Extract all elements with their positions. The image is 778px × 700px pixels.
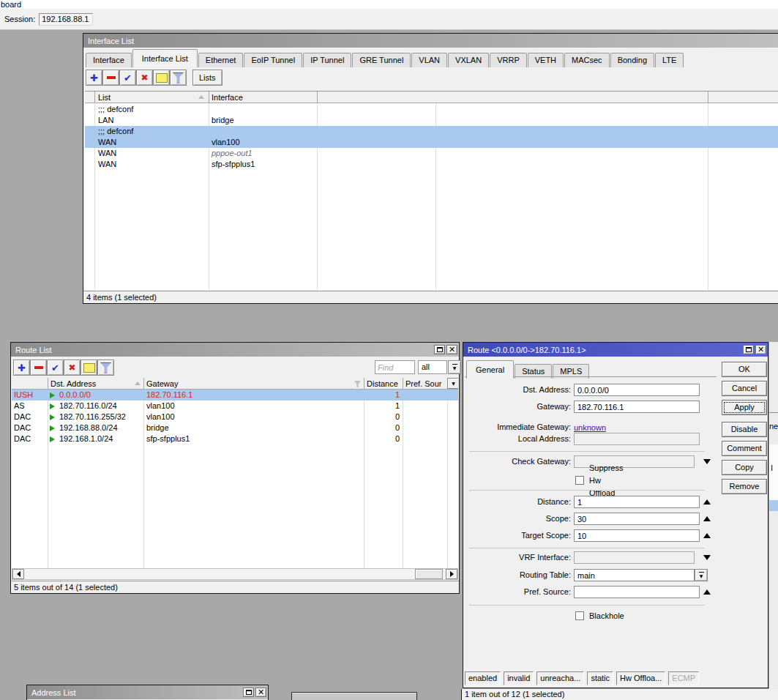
- tab-interface[interactable]: Interface: [86, 53, 132, 67]
- column-header-interface[interactable]: Interface: [212, 92, 243, 103]
- lists-button[interactable]: Lists: [192, 70, 222, 86]
- add-button[interactable]: [86, 70, 102, 86]
- route-table-header[interactable]: Dst. Address Gateway Distance Pref. Sour: [12, 378, 458, 390]
- blackhole-checkbox[interactable]: [575, 611, 584, 620]
- route-table-row[interactable]: DAC 182.70.116.255/32 vlan100 0: [12, 412, 458, 422]
- filter-dropdown-icon[interactable]: [448, 360, 461, 374]
- interface-list-titlebar[interactable]: Interface List: [83, 34, 778, 48]
- filter-button[interactable]: [170, 70, 187, 86]
- target-scope-field[interactable]: [574, 529, 700, 542]
- column-header-pref-source[interactable]: Pref. Sour: [405, 379, 446, 389]
- routing-table-field[interactable]: [574, 569, 695, 581]
- maximize-icon[interactable]: [434, 345, 445, 354]
- copy-button[interactable]: Copy: [722, 460, 767, 475]
- dialog-buttons: OK Cancel Apply Disable Comment Copy Rem…: [722, 362, 767, 498]
- scrollbar-thumb[interactable]: [415, 569, 443, 579]
- maximize-icon[interactable]: [243, 688, 254, 697]
- tab-ethernet[interactable]: Ethernet: [198, 53, 244, 67]
- comment-button[interactable]: [81, 360, 97, 376]
- remove-button[interactable]: Remove: [722, 479, 767, 494]
- interface-table-row[interactable]: LAN bridge: [85, 115, 778, 126]
- apply-button[interactable]: Apply: [722, 400, 767, 415]
- spinner-up-icon[interactable]: [703, 516, 711, 521]
- interface-table-row[interactable]: ;;; defconf: [85, 126, 778, 137]
- tab-eoip-tunnel[interactable]: EoIP Tunnel: [244, 53, 302, 67]
- filter-button[interactable]: [97, 360, 114, 376]
- filter-scope-select[interactable]: all: [418, 360, 447, 374]
- immediate-gateway-link[interactable]: unknown: [574, 423, 606, 432]
- column-chooser-icon[interactable]: [447, 378, 458, 389]
- route-dialog-titlebar[interactable]: Route <0.0.0.0/0->182.70.116.1> ✕: [463, 343, 768, 357]
- close-icon[interactable]: ✕: [755, 345, 766, 354]
- disable-button[interactable]: Disable: [722, 422, 767, 437]
- tab-vrrp[interactable]: VRRP: [490, 53, 527, 67]
- session-input[interactable]: [39, 13, 93, 26]
- gateway-field[interactable]: [574, 401, 700, 413]
- dst-address-field[interactable]: [574, 384, 700, 396]
- interface-table-row[interactable]: ;;; defconf: [85, 104, 778, 115]
- add-button[interactable]: [13, 360, 30, 376]
- maximize-icon[interactable]: [743, 345, 754, 354]
- comment-button[interactable]: [153, 70, 170, 86]
- close-icon[interactable]: ✕: [255, 688, 266, 697]
- route-table-row[interactable]: IUSH 0.0.0.0/0 182.70.116.1 1: [12, 390, 458, 401]
- flag-label: static: [591, 674, 610, 682]
- remove-button[interactable]: [102, 70, 119, 86]
- column-header-dst-address[interactable]: Dst. Address: [51, 379, 96, 389]
- tab-lte[interactable]: LTE: [655, 53, 684, 67]
- column-header-gateway[interactable]: Gateway: [146, 379, 178, 389]
- spinner-up-icon[interactable]: [703, 499, 711, 504]
- disable-button[interactable]: [64, 360, 81, 376]
- tab-vxlan[interactable]: VXLAN: [448, 53, 489, 67]
- tab-macsec[interactable]: MACsec: [564, 53, 610, 67]
- route-table-row[interactable]: DAC 192.168.88.0/24 bridge 0: [12, 422, 458, 433]
- background-window-edge: [291, 692, 417, 700]
- column-header-distance[interactable]: Distance: [367, 379, 398, 389]
- tab-gre-tunnel[interactable]: GRE Tunnel: [352, 53, 411, 67]
- route-table-row[interactable]: AS 182.70.116.0/24 vlan100 1: [12, 401, 458, 412]
- tab-interface-list[interactable]: Interface List: [132, 49, 198, 67]
- route-flags-cell: DAC: [14, 433, 31, 444]
- tab-vlan[interactable]: VLAN: [411, 53, 447, 67]
- find-input[interactable]: [375, 360, 415, 374]
- tab-ip-tunnel[interactable]: IP Tunnel: [303, 53, 351, 67]
- tab-veth[interactable]: VETH: [528, 53, 564, 67]
- enable-button[interactable]: [47, 360, 64, 376]
- route-list-titlebar[interactable]: Route List ✕: [11, 343, 459, 357]
- interface-table-row[interactable]: WAN pppoe-out1: [85, 148, 778, 159]
- flag-invalid: invalid: [504, 671, 534, 685]
- vrf-interface-field[interactable]: [574, 551, 695, 564]
- scroll-left-icon[interactable]: [12, 569, 24, 579]
- close-icon[interactable]: ✕: [446, 345, 457, 354]
- route-table-row[interactable]: DAC 192.168.1.0/24 sfp-sfpplus1 0: [12, 433, 458, 444]
- window-route-dialog: Route <0.0.0.0/0->182.70.116.1> ✕ Genera…: [463, 342, 768, 688]
- remove-button[interactable]: [30, 360, 47, 376]
- ok-button[interactable]: OK: [722, 362, 767, 377]
- distance-field[interactable]: [574, 496, 700, 508]
- spinner-up-icon[interactable]: [703, 533, 711, 538]
- local-address-field[interactable]: [574, 433, 700, 445]
- interface-table-row[interactable]: WAN vlan100: [85, 137, 778, 148]
- scope-field[interactable]: [574, 513, 700, 525]
- comment-button[interactable]: Comment: [722, 441, 767, 456]
- disable-button[interactable]: [136, 70, 153, 86]
- tab-label: IP Tunnel: [310, 56, 344, 64]
- address-list-titlebar[interactable]: Address List ✕: [27, 685, 268, 699]
- suppress-hw-offload-checkbox[interactable]: [575, 476, 584, 485]
- cancel-button[interactable]: Cancel: [722, 381, 767, 396]
- tab-general[interactable]: General: [466, 360, 514, 379]
- button-label: OK: [738, 365, 750, 373]
- dropdown-icon[interactable]: [703, 459, 711, 464]
- dropdown-icon[interactable]: [703, 555, 711, 560]
- routing-table-dropdown-icon[interactable]: [695, 569, 708, 581]
- enable-button[interactable]: [119, 70, 136, 86]
- column-header-list[interactable]: List: [98, 92, 111, 103]
- tab-bonding[interactable]: Bonding: [610, 53, 654, 67]
- pref-source-field[interactable]: [574, 586, 700, 598]
- spinner-up-icon[interactable]: [703, 589, 711, 595]
- add-icon: [18, 362, 26, 373]
- horizontal-scrollbar[interactable]: [12, 568, 458, 580]
- interface-table-row[interactable]: WAN sfp-sfpplus1: [85, 159, 778, 170]
- scroll-right-icon[interactable]: [446, 569, 457, 579]
- interface-table-header[interactable]: List Interface: [85, 92, 778, 103]
